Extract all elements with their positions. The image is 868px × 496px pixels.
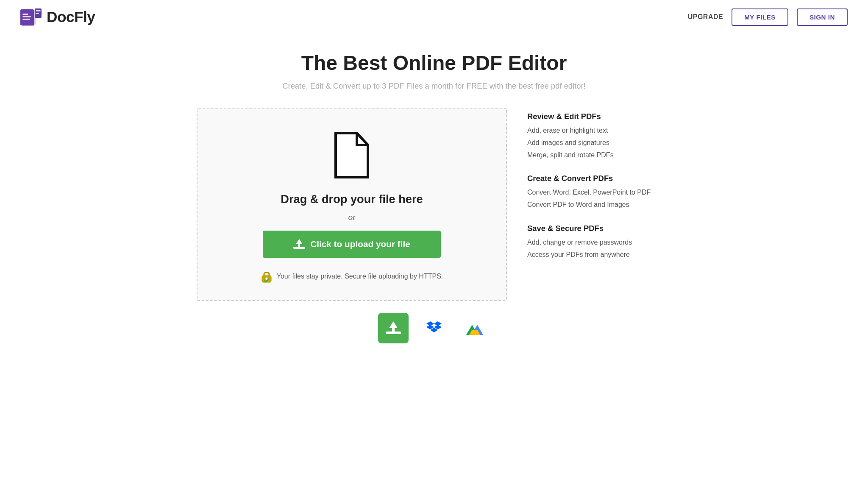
feature-group-review-title: Review & Edit PDFs xyxy=(527,112,671,121)
feature-group-secure: Save & Secure PDFs Add, change or remove… xyxy=(527,224,671,261)
logo-text: DocFly xyxy=(47,8,95,25)
sign-in-button[interactable]: SIGN IN xyxy=(797,8,848,26)
feature-item-7: Access your PDFs from anywhere xyxy=(527,249,671,261)
logo: DocFly xyxy=(20,8,95,26)
svg-rect-14 xyxy=(386,332,401,334)
feature-item-3: Merge, split and rotate PDFs xyxy=(527,149,671,162)
upload-file-button[interactable]: Click to upload your file xyxy=(263,231,441,258)
header: DocFly UPGRADE MY FILES SIGN IN xyxy=(0,0,868,34)
feature-item-5: Convert PDF to Word and Images xyxy=(527,199,671,211)
svg-marker-15 xyxy=(389,321,398,332)
svg-rect-8 xyxy=(36,13,39,14)
lock-icon xyxy=(261,270,273,283)
dropbox-icon xyxy=(425,319,443,337)
file-document-icon xyxy=(331,130,373,182)
svg-rect-5 xyxy=(22,19,30,20)
svg-rect-3 xyxy=(22,14,28,15)
upload-arrow-icon xyxy=(293,238,305,250)
feature-group-convert-title: Create & Convert PDFs xyxy=(527,174,671,183)
docfly-logo-icon xyxy=(20,8,42,26)
or-text: or xyxy=(348,213,355,222)
svg-rect-9 xyxy=(293,247,305,249)
upload-dropzone[interactable]: Drag & drop your file here or Click to u… xyxy=(197,108,507,301)
upload-btn-label: Click to upload your file xyxy=(310,239,410,249)
feature-item-1: Add, erase or highlight text xyxy=(527,125,671,137)
svg-rect-7 xyxy=(36,10,41,11)
my-files-button[interactable]: MY FILES xyxy=(732,8,788,26)
header-nav: UPGRADE MY FILES SIGN IN xyxy=(688,8,848,26)
bottom-icons xyxy=(197,313,671,343)
upgrade-link[interactable]: UPGRADE xyxy=(688,13,723,21)
main-content: The Best Online PDF Editor Create, Edit … xyxy=(180,34,688,356)
security-notice: Your files stay private. Secure file upl… xyxy=(261,270,443,283)
feature-group-convert: Create & Convert PDFs Convert Word, Exce… xyxy=(527,174,671,211)
svg-marker-10 xyxy=(296,239,303,247)
content-layout: Drag & drop your file here or Click to u… xyxy=(197,108,671,301)
drag-drop-text: Drag & drop your file here xyxy=(281,192,423,206)
hero-subtitle: Create, Edit & Convert up to 3 PDF Files… xyxy=(197,81,671,91)
feature-item-2: Add images and signatures xyxy=(527,137,671,149)
feature-item-6: Add, change or remove passwords xyxy=(527,237,671,249)
security-text: Your files stay private. Secure file upl… xyxy=(277,273,443,280)
feature-item-4: Convert Word, Excel, PowerPoint to PDF xyxy=(527,187,671,199)
local-upload-icon xyxy=(386,320,401,336)
dropbox-button[interactable] xyxy=(419,313,449,343)
local-upload-button[interactable] xyxy=(378,313,409,343)
feature-group-review: Review & Edit PDFs Add, erase or highlig… xyxy=(527,112,671,161)
feature-group-secure-title: Save & Secure PDFs xyxy=(527,224,671,233)
google-drive-icon xyxy=(465,319,484,337)
hero-title: The Best Online PDF Editor xyxy=(197,51,671,75)
google-drive-button[interactable] xyxy=(459,313,490,343)
svg-rect-4 xyxy=(22,16,31,17)
features-panel: Review & Edit PDFs Add, erase or highlig… xyxy=(527,108,671,274)
